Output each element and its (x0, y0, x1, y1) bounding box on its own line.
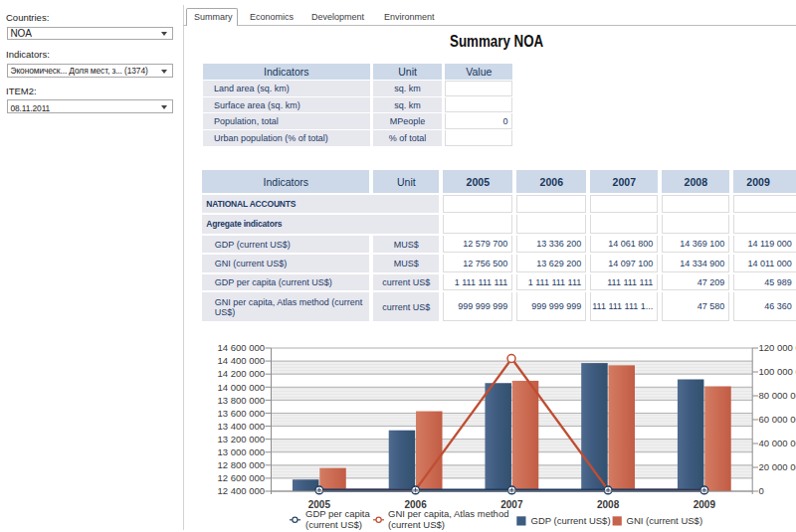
svg-text:20 000 000: 20 000 000 (759, 461, 796, 472)
svg-text:13 400 000: 13 400 000 (217, 421, 265, 432)
svg-text:13 600 000: 13 600 000 (217, 408, 265, 419)
svg-text:60 000 000: 60 000 000 (759, 414, 796, 425)
svg-text:40 000 000: 40 000 000 (759, 438, 796, 448)
svg-text:13 200 000: 13 200 000 (217, 434, 265, 444)
svg-text:13 800 000: 13 800 000 (217, 395, 265, 406)
svg-text:80 000 000: 80 000 000 (759, 390, 796, 401)
svg-text:100 000 000: 100 000 000 (759, 366, 796, 377)
svg-text:2008: 2008 (597, 499, 620, 510)
svg-text:120 000 000: 120 000 000 (759, 342, 796, 353)
svg-text:(current US$): (current US$) (388, 519, 445, 530)
svg-text:2009: 2009 (694, 499, 716, 510)
svg-text:0: 0 (759, 485, 764, 496)
svg-text:14 600 000: 14 600 000 (217, 342, 265, 353)
svg-text:GDP (current US$): GDP (current US$) (531, 515, 611, 526)
svg-text:12 600 000: 12 600 000 (217, 472, 265, 483)
svg-text:13 000 000: 13 000 000 (217, 446, 265, 457)
svg-text:GDP per capita: GDP per capita (305, 508, 370, 519)
svg-text:12 800 000: 12 800 000 (217, 459, 265, 470)
svg-text:14 400 000: 14 400 000 (217, 355, 265, 366)
svg-text:14 200 000: 14 200 000 (217, 368, 265, 379)
svg-text:GNI (current US$): GNI (current US$) (627, 515, 703, 526)
svg-text:14 000 000: 14 000 000 (217, 382, 265, 393)
svg-text:GNI per capita, Atlas method: GNI per capita, Atlas method (388, 508, 508, 519)
svg-text:(current US$): (current US$) (305, 519, 362, 530)
svg-text:12 400 000: 12 400 000 (217, 485, 265, 496)
